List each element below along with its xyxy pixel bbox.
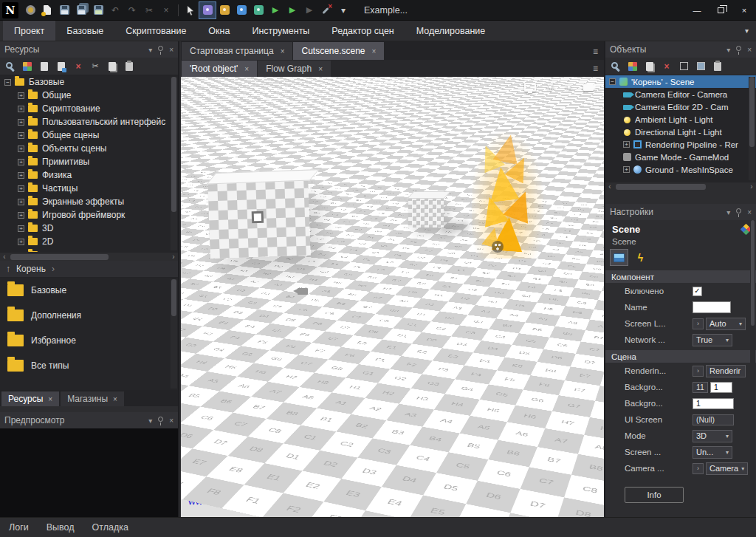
tree-item[interactable]: +Скриптование — [0, 102, 178, 115]
close-icon[interactable]: × — [113, 395, 117, 403]
expand-icon[interactable]: + — [18, 212, 24, 219]
background-value-field[interactable]: 1 — [693, 398, 734, 409]
objects-tree-scrollbar[interactable] — [749, 77, 755, 180]
breadcrumb-label[interactable]: Корень — [16, 264, 46, 274]
expand-icon[interactable]: + — [18, 199, 24, 205]
resources-settings-button[interactable] — [4, 61, 16, 72]
close-icon[interactable]: × — [48, 395, 52, 403]
close-button[interactable]: × — [732, 0, 756, 21]
camera-dropdown[interactable]: Camera▾ — [706, 462, 748, 475]
play-alt-button[interactable]: ▶ — [284, 2, 300, 18]
screen-layer-dropdown[interactable]: Auto▾ — [706, 318, 746, 330]
expand-icon[interactable]: + — [18, 185, 24, 192]
close-icon[interactable]: × — [372, 47, 377, 55]
tab-list-icon[interactable]: ≡ — [587, 47, 604, 57]
scroll-left-icon[interactable]: ‹ — [0, 253, 9, 261]
statusbar-output[interactable]: Вывод — [47, 522, 75, 533]
close-icon[interactable]: × — [281, 47, 285, 55]
scroll-right-icon[interactable]: › — [169, 253, 178, 261]
menu-scripting[interactable]: Скриптование — [114, 21, 197, 41]
expand-icon[interactable]: + — [623, 166, 630, 173]
expand-icon[interactable]: + — [18, 119, 24, 126]
scrollbar-thumb[interactable] — [171, 279, 176, 316]
frame-fill-button[interactable] — [695, 61, 707, 72]
editor-mode-4-button[interactable] — [250, 2, 267, 18]
expand-icon[interactable]: + — [18, 239, 24, 245]
expand-icon[interactable]: + — [18, 92, 24, 99]
screen-size-dropdown[interactable]: Un...▾ — [693, 446, 732, 459]
paste-object-button[interactable] — [712, 61, 724, 72]
list-item[interactable]: Все типы — [0, 353, 178, 378]
expand-icon[interactable]: + — [18, 132, 24, 139]
expand-icon[interactable]: + — [18, 159, 24, 165]
menu-scene-editor[interactable]: Редактор сцен — [320, 21, 405, 41]
scrollbar-thumb[interactable] — [616, 184, 706, 190]
list-item[interactable]: Избранное — [0, 328, 178, 353]
panel-close-icon[interactable]: × — [169, 46, 173, 54]
ui-screen-field[interactable]: (Null) — [693, 414, 734, 425]
redo-button[interactable]: ↷ — [124, 2, 140, 18]
tree-item-camera-editor[interactable]: Camera Editor - Camera — [605, 88, 756, 100]
menu-windows[interactable]: Окна — [197, 21, 241, 41]
save-button[interactable] — [56, 2, 72, 18]
mesh-box-large[interactable] — [207, 179, 311, 259]
tree-item-ground[interactable]: +Ground - MeshInSpace — [605, 163, 756, 176]
panel-close-icon[interactable]: × — [747, 46, 752, 54]
watermark-link[interactable]: www.historian.by — [188, 496, 263, 507]
toolbar-overflow-button[interactable]: ▾ — [335, 2, 351, 18]
tree-item-ambient-light[interactable]: Ambient Light - Light — [605, 113, 756, 126]
resources-tree-hscrollbar[interactable]: ‹ › — [0, 252, 178, 261]
run-disabled-button[interactable]: ▶ — [301, 2, 317, 18]
tree-item-root[interactable]: − Базовые — [0, 75, 178, 89]
tab-list-icon[interactable]: ≡ — [587, 64, 604, 74]
display-mode-button[interactable] — [524, 83, 536, 92]
new-file-button-2[interactable] — [38, 61, 50, 72]
tree-item-directional-light[interactable]: Directional Light - Light — [605, 126, 756, 138]
settings-scrollbar[interactable] — [750, 220, 755, 514]
scrollbar-thumb[interactable] — [171, 77, 176, 212]
expand-icon[interactable]: + — [18, 225, 24, 232]
pin-icon[interactable] — [158, 46, 163, 51]
pin-icon[interactable] — [736, 208, 741, 213]
tree-item[interactable]: +Пользовательский интерфейс — [0, 115, 178, 129]
panel-menu-icon[interactable]: ▾ — [148, 417, 152, 425]
menu-project[interactable]: Проект — [3, 21, 55, 41]
tree-item[interactable]: +Экранные эффекты — [0, 195, 178, 208]
particle-emitter-gizmo[interactable] — [492, 241, 504, 253]
expand-value-button[interactable]: › — [693, 366, 704, 377]
new-file-button[interactable] — [39, 2, 55, 18]
save-scene-button[interactable] — [90, 2, 106, 18]
tree-item[interactable]: +Объекты сцены — [0, 142, 178, 155]
engine-settings-icon[interactable] — [22, 2, 38, 18]
statusbar-logs[interactable]: Логи — [9, 522, 29, 533]
viewport-3d[interactable]: A1A2A3A4A5A6A7A8A1A2A3A4A5A6A7A8A1A2A3A4… — [181, 77, 604, 517]
cut-resource-button[interactable]: ✂ — [89, 61, 101, 72]
delete-object-button[interactable]: × — [661, 61, 673, 72]
resources-list-scrollbar[interactable] — [171, 279, 177, 389]
editor-mode-2-button[interactable] — [216, 2, 233, 18]
tab-flow-graph[interactable]: Flow Graph× — [258, 61, 331, 77]
mesh-cylinder[interactable] — [517, 250, 571, 316]
tab-stores[interactable]: Магазины× — [61, 391, 124, 406]
select-tool-button[interactable] — [182, 2, 199, 18]
paste-resource-button[interactable] — [123, 61, 135, 72]
scrollbar-thumb[interactable] — [751, 220, 755, 326]
list-item[interactable]: Дополнения — [0, 303, 178, 328]
new-resource-button[interactable] — [21, 61, 33, 72]
properties-tab[interactable] — [611, 250, 628, 265]
tab-root-object[interactable]: 'Root object'× — [182, 61, 257, 77]
add-object-button[interactable] — [627, 61, 639, 72]
flame-particles[interactable] — [478, 134, 540, 253]
scrollbar-thumb[interactable] — [749, 77, 755, 147]
tab-resources[interactable]: Ресурсы× — [1, 391, 59, 406]
mode-dropdown[interactable]: 3D▾ — [693, 430, 732, 442]
tree-item[interactable]: +Частицы — [0, 182, 178, 195]
pin-icon[interactable] — [158, 417, 163, 422]
panel-menu-icon[interactable]: ▾ — [148, 46, 152, 54]
lighting-alt-button[interactable]: ☀ — [564, 81, 574, 93]
network-dropdown[interactable]: True▾ — [693, 334, 732, 346]
build-cancel-button[interactable] — [318, 2, 334, 18]
scroll-left-icon[interactable]: ‹ — [605, 182, 614, 191]
camera-gizmo-icon[interactable] — [298, 288, 308, 295]
menubar-overflow-icon[interactable]: ▾ — [738, 21, 756, 41]
